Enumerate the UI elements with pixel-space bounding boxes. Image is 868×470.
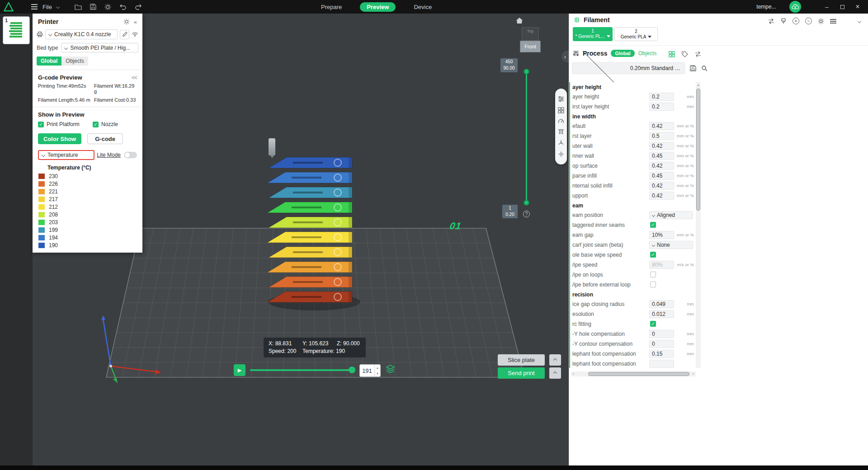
- param-select[interactable]: None: [649, 241, 693, 249]
- scroll-right-icon[interactable]: ›: [690, 371, 696, 376]
- layer-slider-track[interactable]: [526, 71, 527, 203]
- slice-options-button[interactable]: [549, 354, 561, 366]
- stepper-down-icon[interactable]: ▼: [375, 371, 380, 376]
- param-checkbox[interactable]: [650, 272, 656, 277]
- layer-slider-help-icon[interactable]: ?: [523, 211, 530, 217]
- save-preset-icon[interactable]: [690, 65, 696, 71]
- param-row: /ipe on loops: [570, 270, 696, 280]
- wifi-connection-icon[interactable]: [132, 32, 138, 37]
- advanced-mode-icon[interactable]: [669, 51, 675, 57]
- quality-category-icon[interactable]: [558, 96, 564, 102]
- strength-category-icon[interactable]: [558, 107, 564, 113]
- send-options-button[interactable]: [549, 367, 561, 379]
- maximize-button[interactable]: [835, 0, 850, 14]
- save-icon[interactable]: [90, 4, 96, 10]
- layer-slider-bottom-handle[interactable]: [524, 200, 529, 206]
- playback-slider-track[interactable]: [250, 369, 355, 371]
- print-platform-checkbox-row[interactable]: ✓ Print Platform: [38, 121, 93, 127]
- chevron-down-icon[interactable]: [56, 5, 60, 9]
- legend-value: 190: [49, 242, 58, 249]
- legend-value: 208: [49, 212, 58, 218]
- edit-printer-button[interactable]: [120, 30, 129, 39]
- process-tab-global[interactable]: Global: [611, 50, 634, 57]
- more-options-icon[interactable]: [830, 21, 836, 22]
- filament-panel-expand-icon[interactable]: [858, 19, 861, 23]
- file-menu[interactable]: File: [42, 4, 52, 10]
- panel-collapse-tab[interactable]: ›: [561, 51, 569, 62]
- param-value-input[interactable]: [649, 360, 674, 368]
- viewcube-front-face[interactable]: Front: [520, 41, 541, 52]
- playback-slider-handle[interactable]: [349, 367, 355, 373]
- process-preset-select[interactable]: 0.20mm Standard @Creality K1C 0.4 nozz..…: [572, 62, 685, 74]
- cooling-category-icon[interactable]: [558, 140, 564, 146]
- extruder-icon[interactable]: [780, 18, 787, 24]
- preset-tag-icon[interactable]: [682, 51, 688, 57]
- plate-thumbnail[interactable]: 1: [3, 16, 30, 44]
- minimize-button[interactable]: –: [819, 0, 835, 14]
- scrollbar-thumb[interactable]: [588, 372, 689, 376]
- slice-plate-button[interactable]: Slice plate: [498, 354, 545, 366]
- param-checkbox[interactable]: ✓: [650, 252, 656, 258]
- printer-panel-collapse[interactable]: «: [134, 19, 137, 25]
- model-temperature-tower[interactable]: [264, 151, 355, 307]
- layer-number-value[interactable]: 191: [360, 365, 374, 376]
- tab-preview[interactable]: Preview: [360, 2, 396, 12]
- viewcube-top-face[interactable]: Top: [522, 27, 539, 41]
- play-button[interactable]: ▶: [234, 364, 245, 376]
- close-button[interactable]: ×: [850, 0, 865, 14]
- param-checkbox[interactable]: ✓: [650, 321, 656, 327]
- filament-slot-2[interactable]: 2 Generic PLA: [614, 27, 658, 41]
- tab-global[interactable]: Global: [37, 56, 61, 66]
- add-filament-icon[interactable]: +: [793, 18, 799, 24]
- remove-filament-icon[interactable]: −: [805, 18, 812, 24]
- bed-type-select[interactable]: Smooth PEI Plate / Hig...: [61, 43, 138, 52]
- scroll-left-icon[interactable]: ‹: [571, 371, 576, 376]
- printer-select[interactable]: Creality K1C 0.4 nozzle: [45, 29, 118, 39]
- sync-filament-icon[interactable]: [768, 18, 774, 24]
- tab-objects[interactable]: Objects: [61, 56, 88, 66]
- params-vertical-scrollbar[interactable]: ▲: [696, 82, 701, 368]
- lite-mode-toggle[interactable]: [124, 152, 137, 158]
- scroll-up-icon[interactable]: ▲: [696, 82, 701, 88]
- chevron-down-icon: [64, 46, 68, 49]
- redo-icon[interactable]: [135, 4, 142, 10]
- send-print-button[interactable]: Send print: [498, 367, 545, 379]
- others-category-icon[interactable]: [558, 151, 564, 157]
- checkbox-checked-icon[interactable]: ✓: [38, 122, 44, 127]
- layers-icon[interactable]: [386, 365, 395, 373]
- speed-category-icon[interactable]: [558, 118, 564, 124]
- compare-presets-icon[interactable]: [695, 51, 701, 57]
- gcode-preview-collapse[interactable]: <<: [132, 75, 137, 81]
- cloud-upload-button[interactable]: [789, 1, 801, 13]
- filament-settings-gear-icon[interactable]: [818, 18, 824, 24]
- checkbox-checked-icon[interactable]: ✓: [93, 122, 99, 127]
- param-row: upport0.42mm or %: [570, 191, 696, 201]
- tab-device[interactable]: Device: [409, 2, 436, 12]
- printer-settings-gear-icon[interactable]: [123, 19, 130, 25]
- nozzle-checkbox-row[interactable]: ✓ Nozzle: [93, 121, 118, 127]
- filament-slot-1[interactable]: 1 * Generic PL...: [573, 27, 613, 41]
- param-checkbox[interactable]: ✓: [650, 222, 656, 228]
- support-category-icon[interactable]: [558, 129, 564, 135]
- scrollbar-thumb[interactable]: [696, 89, 700, 211]
- param-select[interactable]: Aligned: [649, 211, 693, 219]
- undo-icon[interactable]: [119, 4, 127, 10]
- home-view-icon[interactable]: [515, 17, 524, 24]
- params-horizontal-scrollbar[interactable]: ‹ ›: [571, 371, 696, 376]
- open-folder-icon[interactable]: [75, 4, 82, 10]
- settings-gear-icon[interactable]: [104, 4, 111, 10]
- stepper-up-icon[interactable]: ▲: [375, 365, 380, 371]
- layer-slider-top-handle[interactable]: [524, 69, 529, 75]
- process-tab-objects[interactable]: Objects: [638, 50, 657, 56]
- color-show-button[interactable]: Color Show: [38, 133, 81, 144]
- param-row: lephant foot compensation: [570, 359, 696, 368]
- menu-icon[interactable]: [30, 6, 39, 7]
- gcode-button[interactable]: G-code: [87, 133, 123, 144]
- search-icon[interactable]: [701, 65, 708, 71]
- legend-item: 217: [33, 195, 142, 203]
- tab-prepare[interactable]: Prepare: [316, 2, 346, 12]
- view-type-select[interactable]: Temperature: [38, 150, 94, 160]
- axes-gizmo: [90, 312, 167, 389]
- layer-number-stepper[interactable]: 191 ▲ ▼: [359, 364, 381, 377]
- param-checkbox[interactable]: [650, 282, 656, 287]
